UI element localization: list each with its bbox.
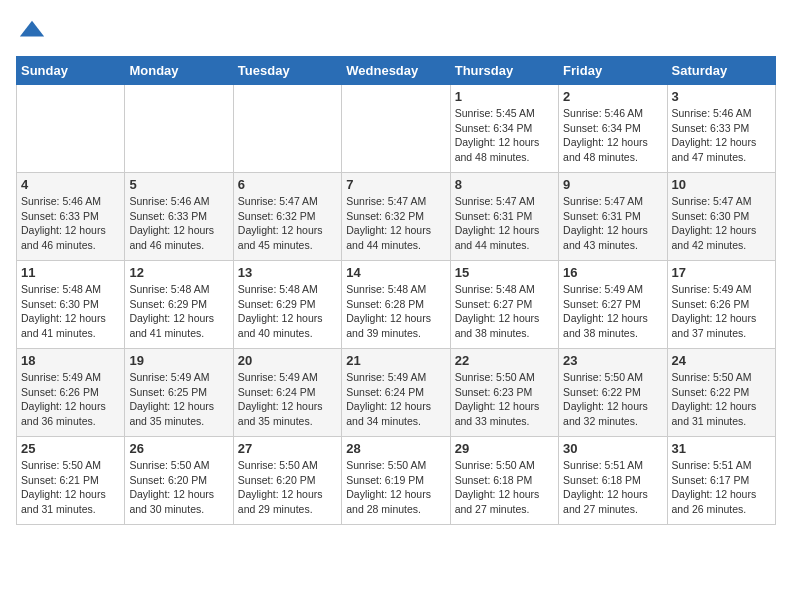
day-info: Sunrise: 5:47 AM Sunset: 6:31 PM Dayligh…	[563, 194, 662, 253]
calendar-cell: 2Sunrise: 5:46 AM Sunset: 6:34 PM Daylig…	[559, 85, 667, 173]
calendar-cell: 24Sunrise: 5:50 AM Sunset: 6:22 PM Dayli…	[667, 349, 775, 437]
week-row-3: 11Sunrise: 5:48 AM Sunset: 6:30 PM Dayli…	[17, 261, 776, 349]
calendar-cell	[233, 85, 341, 173]
day-number: 21	[346, 353, 445, 368]
svg-marker-0	[20, 21, 44, 37]
calendar-cell: 7Sunrise: 5:47 AM Sunset: 6:32 PM Daylig…	[342, 173, 450, 261]
calendar-cell: 12Sunrise: 5:48 AM Sunset: 6:29 PM Dayli…	[125, 261, 233, 349]
day-number: 26	[129, 441, 228, 456]
calendar-cell: 9Sunrise: 5:47 AM Sunset: 6:31 PM Daylig…	[559, 173, 667, 261]
day-number: 23	[563, 353, 662, 368]
day-info: Sunrise: 5:48 AM Sunset: 6:30 PM Dayligh…	[21, 282, 120, 341]
day-number: 29	[455, 441, 554, 456]
day-info: Sunrise: 5:47 AM Sunset: 6:32 PM Dayligh…	[238, 194, 337, 253]
calendar-cell: 28Sunrise: 5:50 AM Sunset: 6:19 PM Dayli…	[342, 437, 450, 525]
col-header-sunday: Sunday	[17, 57, 125, 85]
day-info: Sunrise: 5:50 AM Sunset: 6:23 PM Dayligh…	[455, 370, 554, 429]
calendar-cell: 19Sunrise: 5:49 AM Sunset: 6:25 PM Dayli…	[125, 349, 233, 437]
calendar-cell: 30Sunrise: 5:51 AM Sunset: 6:18 PM Dayli…	[559, 437, 667, 525]
day-number: 24	[672, 353, 771, 368]
col-header-thursday: Thursday	[450, 57, 558, 85]
day-number: 1	[455, 89, 554, 104]
calendar-cell: 27Sunrise: 5:50 AM Sunset: 6:20 PM Dayli…	[233, 437, 341, 525]
calendar-cell: 16Sunrise: 5:49 AM Sunset: 6:27 PM Dayli…	[559, 261, 667, 349]
day-number: 14	[346, 265, 445, 280]
calendar-cell: 31Sunrise: 5:51 AM Sunset: 6:17 PM Dayli…	[667, 437, 775, 525]
calendar-cell: 4Sunrise: 5:46 AM Sunset: 6:33 PM Daylig…	[17, 173, 125, 261]
day-number: 17	[672, 265, 771, 280]
calendar-cell: 6Sunrise: 5:47 AM Sunset: 6:32 PM Daylig…	[233, 173, 341, 261]
day-info: Sunrise: 5:50 AM Sunset: 6:18 PM Dayligh…	[455, 458, 554, 517]
calendar-cell: 26Sunrise: 5:50 AM Sunset: 6:20 PM Dayli…	[125, 437, 233, 525]
day-info: Sunrise: 5:50 AM Sunset: 6:20 PM Dayligh…	[129, 458, 228, 517]
day-info: Sunrise: 5:50 AM Sunset: 6:19 PM Dayligh…	[346, 458, 445, 517]
day-info: Sunrise: 5:49 AM Sunset: 6:27 PM Dayligh…	[563, 282, 662, 341]
page-header	[16, 16, 776, 44]
day-info: Sunrise: 5:49 AM Sunset: 6:26 PM Dayligh…	[21, 370, 120, 429]
calendar-cell: 5Sunrise: 5:46 AM Sunset: 6:33 PM Daylig…	[125, 173, 233, 261]
calendar-cell: 29Sunrise: 5:50 AM Sunset: 6:18 PM Dayli…	[450, 437, 558, 525]
logo-text	[16, 16, 48, 44]
day-number: 12	[129, 265, 228, 280]
calendar-cell: 20Sunrise: 5:49 AM Sunset: 6:24 PM Dayli…	[233, 349, 341, 437]
day-number: 5	[129, 177, 228, 192]
day-info: Sunrise: 5:50 AM Sunset: 6:22 PM Dayligh…	[672, 370, 771, 429]
day-number: 6	[238, 177, 337, 192]
day-number: 13	[238, 265, 337, 280]
day-info: Sunrise: 5:47 AM Sunset: 6:31 PM Dayligh…	[455, 194, 554, 253]
day-number: 31	[672, 441, 771, 456]
header-row: SundayMondayTuesdayWednesdayThursdayFrid…	[17, 57, 776, 85]
col-header-friday: Friday	[559, 57, 667, 85]
calendar-cell	[17, 85, 125, 173]
day-info: Sunrise: 5:48 AM Sunset: 6:29 PM Dayligh…	[238, 282, 337, 341]
week-row-1: 1Sunrise: 5:45 AM Sunset: 6:34 PM Daylig…	[17, 85, 776, 173]
calendar-cell: 10Sunrise: 5:47 AM Sunset: 6:30 PM Dayli…	[667, 173, 775, 261]
calendar-cell: 21Sunrise: 5:49 AM Sunset: 6:24 PM Dayli…	[342, 349, 450, 437]
day-info: Sunrise: 5:46 AM Sunset: 6:33 PM Dayligh…	[129, 194, 228, 253]
day-info: Sunrise: 5:49 AM Sunset: 6:24 PM Dayligh…	[346, 370, 445, 429]
col-header-saturday: Saturday	[667, 57, 775, 85]
day-number: 30	[563, 441, 662, 456]
day-number: 3	[672, 89, 771, 104]
calendar-cell: 18Sunrise: 5:49 AM Sunset: 6:26 PM Dayli…	[17, 349, 125, 437]
calendar-cell: 3Sunrise: 5:46 AM Sunset: 6:33 PM Daylig…	[667, 85, 775, 173]
day-info: Sunrise: 5:48 AM Sunset: 6:29 PM Dayligh…	[129, 282, 228, 341]
calendar-cell: 14Sunrise: 5:48 AM Sunset: 6:28 PM Dayli…	[342, 261, 450, 349]
day-info: Sunrise: 5:46 AM Sunset: 6:33 PM Dayligh…	[21, 194, 120, 253]
day-number: 16	[563, 265, 662, 280]
day-number: 19	[129, 353, 228, 368]
logo	[16, 16, 44, 44]
week-row-5: 25Sunrise: 5:50 AM Sunset: 6:21 PM Dayli…	[17, 437, 776, 525]
day-number: 25	[21, 441, 120, 456]
day-info: Sunrise: 5:46 AM Sunset: 6:34 PM Dayligh…	[563, 106, 662, 165]
col-header-monday: Monday	[125, 57, 233, 85]
day-info: Sunrise: 5:49 AM Sunset: 6:24 PM Dayligh…	[238, 370, 337, 429]
day-info: Sunrise: 5:49 AM Sunset: 6:26 PM Dayligh…	[672, 282, 771, 341]
day-info: Sunrise: 5:47 AM Sunset: 6:32 PM Dayligh…	[346, 194, 445, 253]
calendar-cell: 13Sunrise: 5:48 AM Sunset: 6:29 PM Dayli…	[233, 261, 341, 349]
day-number: 4	[21, 177, 120, 192]
day-number: 15	[455, 265, 554, 280]
week-row-2: 4Sunrise: 5:46 AM Sunset: 6:33 PM Daylig…	[17, 173, 776, 261]
day-number: 27	[238, 441, 337, 456]
calendar-table: SundayMondayTuesdayWednesdayThursdayFrid…	[16, 56, 776, 525]
calendar-cell	[342, 85, 450, 173]
day-info: Sunrise: 5:48 AM Sunset: 6:27 PM Dayligh…	[455, 282, 554, 341]
day-info: Sunrise: 5:50 AM Sunset: 6:21 PM Dayligh…	[21, 458, 120, 517]
day-info: Sunrise: 5:47 AM Sunset: 6:30 PM Dayligh…	[672, 194, 771, 253]
calendar-cell: 17Sunrise: 5:49 AM Sunset: 6:26 PM Dayli…	[667, 261, 775, 349]
calendar-cell: 25Sunrise: 5:50 AM Sunset: 6:21 PM Dayli…	[17, 437, 125, 525]
day-number: 2	[563, 89, 662, 104]
col-header-wednesday: Wednesday	[342, 57, 450, 85]
day-info: Sunrise: 5:49 AM Sunset: 6:25 PM Dayligh…	[129, 370, 228, 429]
day-number: 9	[563, 177, 662, 192]
calendar-cell: 22Sunrise: 5:50 AM Sunset: 6:23 PM Dayli…	[450, 349, 558, 437]
calendar-cell: 1Sunrise: 5:45 AM Sunset: 6:34 PM Daylig…	[450, 85, 558, 173]
day-info: Sunrise: 5:50 AM Sunset: 6:22 PM Dayligh…	[563, 370, 662, 429]
calendar-cell	[125, 85, 233, 173]
day-number: 18	[21, 353, 120, 368]
day-info: Sunrise: 5:46 AM Sunset: 6:33 PM Dayligh…	[672, 106, 771, 165]
day-info: Sunrise: 5:48 AM Sunset: 6:28 PM Dayligh…	[346, 282, 445, 341]
day-info: Sunrise: 5:45 AM Sunset: 6:34 PM Dayligh…	[455, 106, 554, 165]
logo-icon	[18, 16, 46, 44]
